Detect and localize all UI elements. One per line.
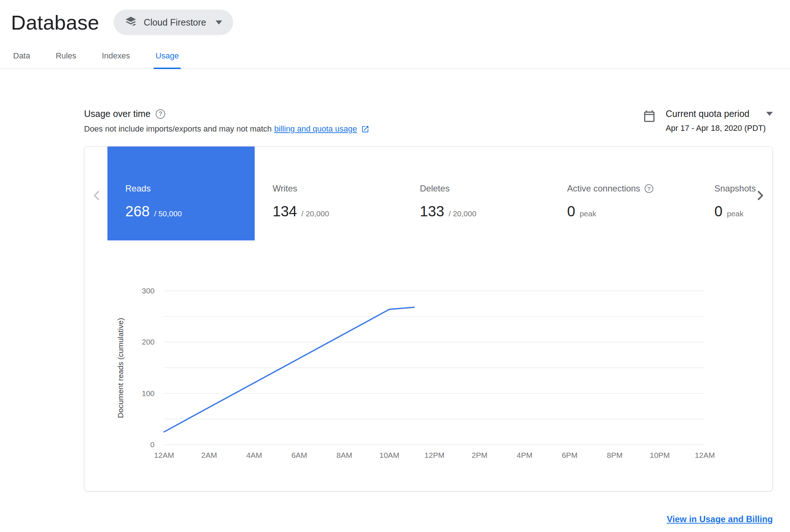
page-header: Database Cloud Firestore bbox=[0, 0, 790, 35]
carousel-prev-button[interactable] bbox=[89, 188, 104, 203]
metric-value: 133 bbox=[420, 203, 444, 220]
tab-rules[interactable]: Rules bbox=[53, 49, 78, 69]
svg-text:12AM: 12AM bbox=[695, 451, 715, 459]
svg-text:200: 200 bbox=[142, 338, 155, 346]
svg-text:6AM: 6AM bbox=[291, 451, 307, 459]
svg-text:8AM: 8AM bbox=[337, 451, 352, 459]
metric-name: Reads bbox=[125, 183, 255, 194]
svg-text:12PM: 12PM bbox=[425, 451, 445, 459]
metrics-carousel: Reads 268 / 50,000 Writes 134 / 20,000 D… bbox=[107, 147, 772, 240]
tab-usage[interactable]: Usage bbox=[153, 49, 181, 69]
metric-value: 134 bbox=[273, 203, 297, 220]
metric-name: Deletes bbox=[420, 183, 549, 194]
metric-limit: peak bbox=[727, 209, 744, 218]
quota-period-range: Apr 17 - Apr 18, 2020 (PDT) bbox=[666, 123, 773, 133]
carousel-next-button[interactable] bbox=[753, 188, 768, 203]
metric-value: 268 bbox=[125, 203, 150, 220]
chevron-down-icon bbox=[766, 112, 773, 116]
tab-indexes[interactable]: Indexes bbox=[100, 49, 132, 69]
product-selector-dropdown[interactable]: Cloud Firestore bbox=[114, 10, 233, 35]
usage-content: Usage over time ? Does not include impor… bbox=[84, 109, 773, 524]
chevron-right-icon bbox=[753, 188, 768, 203]
usage-header-left: Usage over time ? Does not include impor… bbox=[84, 109, 369, 134]
quota-period-label: Current quota period bbox=[666, 109, 749, 119]
usage-line-chart: 010020030012AM2AM4AM6AM8AM10AM12PM2PM4PM… bbox=[117, 285, 717, 468]
firestore-icon bbox=[125, 16, 137, 29]
metric-limit: peak bbox=[580, 209, 596, 218]
svg-text:6PM: 6PM bbox=[562, 451, 577, 459]
metric-name: Active connections bbox=[567, 183, 640, 194]
firestore-usage-page: Database Cloud Firestore Data Rules Inde… bbox=[0, 0, 790, 524]
svg-text:4PM: 4PM bbox=[517, 451, 532, 459]
quota-period-texts: Current quota period Apr 17 - Apr 18, 20… bbox=[666, 109, 773, 133]
usage-section-header: Usage over time ? Does not include impor… bbox=[84, 109, 773, 134]
section-description: Does not include imports/exports and may… bbox=[84, 124, 272, 134]
metric-card-active-connections[interactable]: Active connections ? 0 peak bbox=[549, 147, 696, 240]
metric-limit: / 50,000 bbox=[154, 209, 182, 218]
help-icon[interactable]: ? bbox=[645, 184, 653, 193]
chevron-left-icon bbox=[89, 188, 104, 203]
svg-text:2AM: 2AM bbox=[201, 451, 217, 459]
metric-limit: / 20,000 bbox=[449, 209, 476, 218]
svg-text:300: 300 bbox=[142, 286, 155, 295]
quota-period-selector: Current quota period Apr 17 - Apr 18, 20… bbox=[642, 109, 773, 133]
page-title: Database bbox=[11, 11, 99, 34]
open-in-new-icon[interactable] bbox=[361, 125, 369, 133]
metric-card-deletes[interactable]: Deletes 133 / 20,000 bbox=[402, 147, 549, 240]
section-title: Usage over time bbox=[84, 109, 151, 119]
svg-text:Document reads (cumulative): Document reads (cumulative) bbox=[117, 318, 125, 418]
chevron-down-icon bbox=[216, 20, 222, 24]
svg-text:100: 100 bbox=[142, 389, 155, 398]
svg-text:0: 0 bbox=[150, 440, 155, 449]
view-usage-billing-link[interactable]: View in Usage and Billing bbox=[667, 514, 773, 524]
calendar-icon bbox=[642, 109, 656, 123]
footer-link-row: View in Usage and Billing bbox=[84, 514, 773, 524]
svg-text:10AM: 10AM bbox=[379, 451, 399, 459]
quota-period-dropdown[interactable]: Current quota period bbox=[666, 109, 773, 119]
product-selector-label: Cloud Firestore bbox=[144, 17, 206, 28]
billing-quota-link[interactable]: billing and quota usage bbox=[274, 124, 357, 134]
metric-name: Writes bbox=[273, 183, 402, 194]
svg-text:8PM: 8PM bbox=[607, 451, 623, 459]
help-icon[interactable]: ? bbox=[156, 109, 165, 119]
svg-text:2PM: 2PM bbox=[472, 451, 487, 459]
tab-data[interactable]: Data bbox=[11, 49, 32, 69]
tab-bar: Data Rules Indexes Usage bbox=[0, 49, 790, 69]
usage-card: Reads 268 / 50,000 Writes 134 / 20,000 D… bbox=[84, 146, 773, 491]
svg-text:10PM: 10PM bbox=[650, 451, 670, 459]
metric-value: 0 bbox=[714, 203, 722, 220]
svg-text:4AM: 4AM bbox=[246, 451, 262, 459]
metric-limit: / 20,000 bbox=[301, 209, 329, 218]
svg-text:12AM: 12AM bbox=[154, 451, 174, 459]
metric-value: 0 bbox=[567, 203, 575, 220]
metric-card-writes[interactable]: Writes 134 / 20,000 bbox=[255, 147, 402, 240]
metric-card-reads[interactable]: Reads 268 / 50,000 bbox=[107, 147, 255, 240]
